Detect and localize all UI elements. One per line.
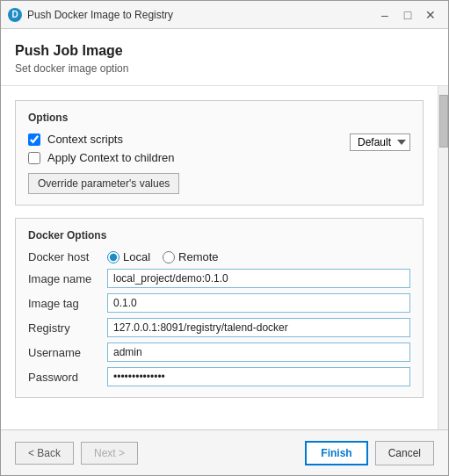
- local-radio[interactable]: [107, 251, 119, 263]
- cancel-button[interactable]: Cancel: [375, 441, 434, 465]
- page-subtitle: Set docker image option: [15, 62, 434, 75]
- registry-label: Registry: [28, 321, 107, 335]
- footer-action-buttons: Finish Cancel: [305, 441, 434, 465]
- context-scripts-label: Context scripts: [47, 133, 123, 146]
- docker-host-radio-group: Local Remote: [107, 250, 410, 263]
- close-button[interactable]: ✕: [420, 6, 441, 24]
- footer-nav-buttons: < Back Next >: [15, 442, 138, 465]
- titlebar: D Push Docker Image to Registry – □ ✕: [1, 1, 448, 29]
- password-label: Password: [28, 371, 107, 384]
- titlebar-left: D Push Docker Image to Registry: [8, 8, 173, 22]
- apply-context-checkbox[interactable]: [28, 152, 40, 164]
- image-name-label: Image name: [28, 272, 107, 285]
- override-button[interactable]: Override parameter's values: [28, 173, 179, 194]
- context-scripts-checkbox-row: Context scripts: [28, 133, 123, 146]
- titlebar-title: Push Docker Image to Registry: [27, 9, 173, 21]
- docker-section: Docker Options Docker host Local Remote: [15, 218, 424, 398]
- apply-context-row: Apply Context to children: [28, 151, 410, 164]
- app-icon: D: [8, 8, 22, 22]
- next-button[interactable]: Next >: [81, 442, 138, 465]
- page-title: Push Job Image: [15, 43, 434, 59]
- registry-input[interactable]: [107, 318, 410, 337]
- minimize-button[interactable]: –: [374, 6, 395, 24]
- scrollbar-thumb[interactable]: [439, 95, 448, 148]
- options-section: Options Context scripts Default Apply Co…: [15, 100, 424, 206]
- finish-button[interactable]: Finish: [305, 441, 367, 465]
- context-scripts-left: Context scripts: [28, 133, 123, 151]
- local-radio-option: Local: [107, 250, 150, 263]
- image-tag-input[interactable]: [107, 293, 410, 313]
- maximize-button[interactable]: □: [397, 6, 418, 24]
- password-input[interactable]: [107, 367, 410, 386]
- titlebar-controls: – □ ✕: [374, 6, 441, 24]
- scrollbar[interactable]: [438, 86, 448, 429]
- main-window: D Push Docker Image to Registry – □ ✕ Pu…: [0, 0, 449, 476]
- docker-host-label: Docker host: [28, 250, 107, 263]
- docker-options-label: Docker Options: [28, 229, 410, 242]
- apply-context-label: Apply Context to children: [47, 151, 175, 164]
- content-area: Options Context scripts Default Apply Co…: [1, 86, 448, 429]
- username-input[interactable]: [107, 343, 410, 362]
- back-button[interactable]: < Back: [15, 442, 74, 465]
- remote-radio-option: Remote: [163, 250, 219, 263]
- remote-label: Remote: [178, 250, 219, 263]
- footer: < Back Next > Finish Cancel: [1, 429, 448, 475]
- main-content: Options Context scripts Default Apply Co…: [1, 86, 438, 429]
- image-name-input[interactable]: [107, 269, 410, 288]
- image-tag-label: Image tag: [28, 297, 107, 310]
- context-dropdown[interactable]: Default: [350, 133, 410, 151]
- context-scripts-checkbox[interactable]: [28, 133, 40, 146]
- options-label: Options: [28, 112, 410, 124]
- context-scripts-row: Context scripts Default: [28, 133, 410, 151]
- username-label: Username: [28, 346, 107, 359]
- remote-radio[interactable]: [163, 251, 175, 263]
- header-section: Push Job Image Set docker image option: [1, 29, 448, 86]
- docker-form-grid: Docker host Local Remote Image name: [28, 250, 410, 386]
- local-label: Local: [123, 250, 150, 263]
